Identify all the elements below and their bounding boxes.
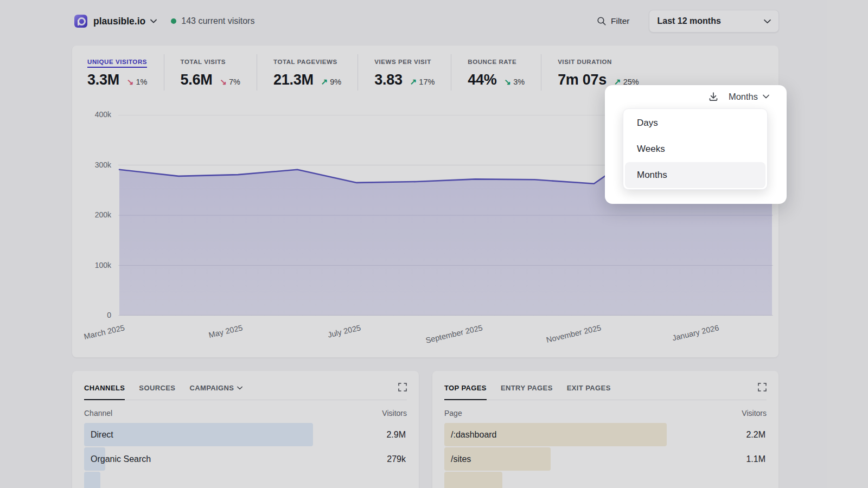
stat-views-per-visit[interactable]: VIEWS PER VISIT 3.83↗17% <box>358 54 451 91</box>
stat-label: UNIQUE VISITORS <box>87 59 147 68</box>
chevron-down-icon[interactable] <box>150 19 157 23</box>
menu-item-weeks[interactable]: Weeks <box>625 136 765 162</box>
stat-change: 7% <box>229 78 240 86</box>
search-icon <box>597 16 607 26</box>
pages-panel: TOP PAGES ENTRY PAGES EXIT PAGES Page Vi… <box>432 371 778 488</box>
stat-label: BOUNCE RATE <box>468 59 516 68</box>
pages-tabs: TOP PAGES ENTRY PAGES EXIT PAGES <box>444 384 767 400</box>
list-item[interactable] <box>84 472 407 488</box>
x-tick-label: May 2025 <box>208 323 244 339</box>
tab-sources[interactable]: SOURCES <box>139 384 175 400</box>
stat-label: VIEWS PER VISIT <box>374 59 431 68</box>
row-bar <box>444 472 502 488</box>
channels-column-headers: Channel Visitors <box>84 409 407 418</box>
row-label: Organic Search <box>91 454 151 464</box>
stat-value: 44% <box>468 72 496 88</box>
column-header: Channel <box>84 409 112 418</box>
tab-campaigns-label: CAMPAIGNS <box>189 384 234 392</box>
row-bar <box>84 423 313 446</box>
list-item[interactable]: /:dashboard 2.2M <box>444 423 767 446</box>
tab-channels[interactable]: CHANNELS <box>84 384 125 400</box>
tab-campaigns[interactable]: CAMPAIGNS <box>189 384 242 400</box>
tab-top-pages[interactable]: TOP PAGES <box>444 384 487 400</box>
channels-panel: CHANNELS SOURCES CAMPAIGNS Channel Visit… <box>72 371 419 488</box>
column-header: Visitors <box>742 409 767 418</box>
current-visitors-label: 143 current visitors <box>181 16 254 26</box>
pages-column-headers: Page Visitors <box>444 409 767 418</box>
channels-tabs: CHANNELS SOURCES CAMPAIGNS <box>84 384 407 400</box>
stat-label: TOTAL VISITS <box>181 59 226 68</box>
y-tick-label: 100k <box>80 261 111 269</box>
stat-value: 7m 07s <box>558 72 607 88</box>
column-header: Page <box>444 409 462 418</box>
menu-item-months[interactable]: Months <box>625 162 765 188</box>
chevron-down-icon <box>763 94 769 99</box>
list-item[interactable]: Direct 2.9M <box>84 423 407 446</box>
stat-change: 1% <box>136 78 148 86</box>
interval-popup: Months Days Weeks Months <box>605 85 787 204</box>
site-name[interactable]: plausible.io <box>93 16 145 27</box>
row-label: /sites <box>451 454 471 464</box>
row-value: 1.1M <box>746 454 765 464</box>
stat-value: 21.3M <box>273 72 314 88</box>
stat-total-pageviews[interactable]: TOTAL PAGEVIEWS 21.3M↗9% <box>257 54 358 91</box>
chevron-down-icon <box>764 19 771 24</box>
plausible-dashboard: plausible.io 143 current visitors Filter… <box>0 0 868 488</box>
plausible-logo-icon <box>74 15 87 28</box>
x-tick-label: January 2026 <box>671 323 719 342</box>
row-value: 279k <box>387 454 406 464</box>
x-tick-label: September 2025 <box>425 323 483 345</box>
x-tick-label: July 2025 <box>327 323 362 339</box>
list-item[interactable]: Organic Search 279k <box>84 447 407 471</box>
filter-button[interactable]: Filter <box>597 16 629 26</box>
list-item[interactable]: /sites 1.1M <box>444 447 767 471</box>
interval-menu: Days Weeks Months <box>623 108 768 190</box>
row-label: /:dashboard <box>451 430 497 440</box>
tab-entry-pages[interactable]: ENTRY PAGES <box>501 384 553 400</box>
interval-dropdown-button[interactable]: Months <box>729 92 769 102</box>
stat-bounce-rate[interactable]: BOUNCE RATE 44%↘3% <box>451 54 541 91</box>
header-right: Filter Last 12 months <box>597 10 779 33</box>
interval-button-label: Months <box>729 92 758 102</box>
live-dot-icon <box>171 18 176 24</box>
expand-icon[interactable] <box>398 383 407 391</box>
stat-change: 3% <box>513 78 525 86</box>
stat-unique-visitors[interactable]: UNIQUE VISITORS 3.3M↘1% <box>87 54 164 91</box>
date-range-label: Last 12 months <box>657 16 720 26</box>
expand-icon[interactable] <box>758 383 767 391</box>
header-left: plausible.io 143 current visitors <box>74 12 254 30</box>
menu-item-days[interactable]: Days <box>625 110 765 136</box>
trend-arrow-icon: ↗ <box>321 77 328 87</box>
row-value: 2.9M <box>386 430 406 440</box>
stat-change: 9% <box>330 78 341 86</box>
current-visitors[interactable]: 143 current visitors <box>171 16 254 26</box>
x-tick-label: November 2025 <box>545 323 602 344</box>
stat-value: 3.83 <box>374 72 402 88</box>
download-icon[interactable] <box>708 91 719 102</box>
column-header: Visitors <box>382 409 407 418</box>
row-bar <box>84 472 100 488</box>
y-tick-label: 300k <box>80 160 111 169</box>
trend-arrow-icon: ↘ <box>127 77 134 87</box>
stat-change: 17% <box>419 78 435 86</box>
stat-value: 3.3M <box>87 72 119 88</box>
trend-arrow-icon: ↘ <box>505 77 512 87</box>
date-range-button[interactable]: Last 12 months <box>649 10 779 33</box>
stat-total-visits[interactable]: TOTAL VISITS 5.6M↘7% <box>164 54 257 91</box>
interval-popup-header: Months <box>708 91 769 102</box>
stat-label: VISIT DURATION <box>558 59 612 68</box>
x-tick-label: March 2025 <box>83 323 125 341</box>
stat-value: 5.6M <box>181 72 213 88</box>
filter-label: Filter <box>611 16 629 26</box>
y-tick-label: 200k <box>80 210 111 219</box>
stats-row: UNIQUE VISITORS 3.3M↘1% TOTAL VISITS 5.6… <box>87 54 655 91</box>
stat-label: TOTAL PAGEVIEWS <box>273 59 337 68</box>
y-tick-label: 400k <box>80 110 111 119</box>
tab-exit-pages[interactable]: EXIT PAGES <box>567 384 611 400</box>
row-value: 2.2M <box>746 430 765 440</box>
list-item[interactable] <box>444 472 767 488</box>
row-label: Direct <box>91 430 113 440</box>
trend-arrow-icon: ↗ <box>410 77 417 87</box>
y-tick-label: 0 <box>80 311 111 319</box>
trend-arrow-icon: ↘ <box>220 77 227 87</box>
